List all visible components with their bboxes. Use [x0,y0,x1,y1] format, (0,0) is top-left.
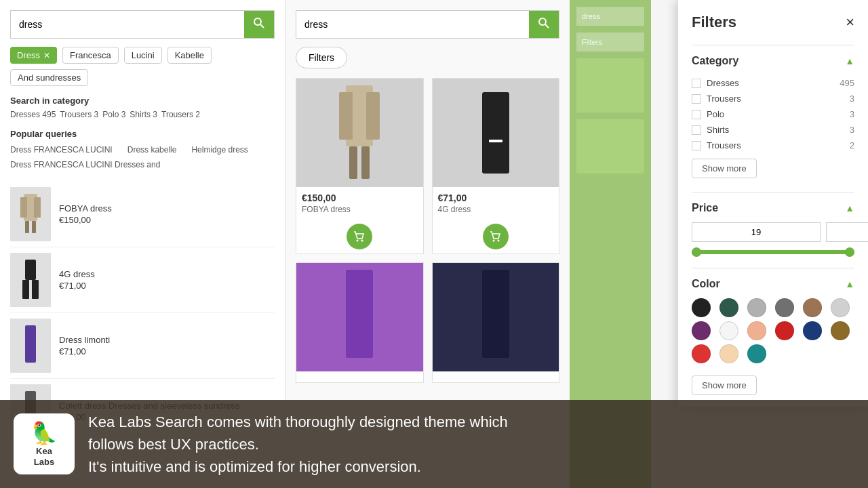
price-inputs [692,222,854,242]
popular-query-4[interactable]: Dress FRANCESCA LUCINI Dresses and [10,160,160,169]
product-thumb-3 [10,319,51,373]
color-show-more-button[interactable]: Show more [692,375,757,395]
filters-header: Filters × [692,14,854,31]
product-thumb-1 [10,187,51,241]
tag-sundresses[interactable]: And sundresses [10,69,88,86]
popular-query-1[interactable]: Dress FRANCESCA LUCINI [10,145,113,155]
product-card-name-2: 4G dress [438,205,554,214]
popular-query-2[interactable]: Dress kabelle [127,145,177,155]
color-swatch-13[interactable] [719,344,738,363]
left-search-input[interactable] [11,11,244,38]
cat-shirts[interactable]: Shirts 3 [130,110,157,119]
product-card-1: €150,00 FOBYA dress [296,78,424,254]
search-icon [254,18,264,28]
color-swatch-4[interactable] [803,298,822,317]
tag-close-dress[interactable]: ✕ [43,51,50,60]
middle-search-input[interactable] [296,11,529,38]
color-swatch-6[interactable] [692,321,711,340]
svg-rect-22 [489,140,502,142]
cat-trousers-2[interactable]: Trousers 2 [161,110,200,119]
filter-category-header[interactable]: Category ▲ [692,55,854,67]
price-max-input[interactable] [826,222,868,242]
category-show-more-button[interactable]: Show more [692,159,757,178]
color-swatch-14[interactable] [747,344,766,363]
price-slider-min-handle[interactable] [692,247,701,257]
svg-rect-16 [366,92,380,140]
product-card-img-2 [433,79,559,187]
svg-rect-4 [34,197,41,218]
category-links: Dresses 495 Trousers 3 Polo 3 Shirts 3 T… [10,110,275,119]
kea-logo-bird: 🦜 [31,420,58,446]
product-card-img-3 [296,263,423,371]
products-grid: €150,00 FOBYA dress €71,00 4G dress [296,78,559,383]
product-name-2: 4G dress [59,269,95,279]
middle-search-button[interactable] [529,11,559,38]
checkbox-dresses[interactable] [692,79,701,88]
banner-line-2: follows best UX practices. [88,433,508,455]
filter-price-header[interactable]: Price ▲ [692,202,854,214]
color-swatch-9[interactable] [775,321,794,340]
search-in-category-title: Search in category [10,96,275,106]
filters-button[interactable]: Filters [296,47,347,68]
filter-count-polo: 3 [850,109,854,119]
svg-rect-21 [482,92,509,174]
color-swatch-7[interactable] [719,321,738,340]
filters-close-button[interactable]: × [846,14,854,31]
filter-count-trousers2: 2 [850,140,854,150]
checkbox-trousers1[interactable] [692,94,701,104]
color-swatch-8[interactable] [747,321,766,340]
checkbox-polo[interactable] [692,110,701,119]
cat-polo[interactable]: Polo 3 [102,110,125,119]
product-card-info-3 [296,371,423,382]
color-swatch-1[interactable] [719,298,738,317]
tag-lucini[interactable]: Lucini [124,47,162,64]
color-swatch-12[interactable] [692,344,711,363]
add-to-cart-btn-1[interactable] [347,224,372,249]
filter-price-title: Price [692,202,718,214]
product-price-3: €71,00 [59,346,110,357]
add-to-cart-btn-2[interactable] [483,224,509,249]
tag-francesca[interactable]: Francesca [62,47,119,64]
product-price-1: €150,00 [59,215,112,225]
filter-label-polo: Polo [707,109,724,119]
search-icon [538,18,549,28]
cat-dresses[interactable]: Dresses 495 [10,110,56,119]
filter-color-header[interactable]: Color ▲ [692,278,854,290]
popular-query-3[interactable]: Helmidge dress [191,145,248,155]
price-min-input[interactable] [692,222,821,242]
price-slider-max-handle[interactable] [845,247,854,257]
color-swatch-5[interactable] [831,298,850,317]
color-swatch-3[interactable] [775,298,794,317]
svg-rect-9 [32,280,39,299]
checkbox-trousers2[interactable] [692,141,701,150]
color-swatches [692,298,854,363]
tag-dress[interactable]: Dress ✕ [10,47,57,64]
svg-rect-26 [482,270,509,358]
banner-line-3: It's intuitive and is optimized for high… [88,455,508,478]
filter-price-section: Price ▲ [692,192,854,254]
chevron-up-icon: ▲ [845,56,854,66]
filters-panel: Filters × Category ▲ Dresses 495 Trouser… [678,0,868,407]
middle-search-bar [296,10,559,39]
left-search-button[interactable] [244,11,274,38]
price-slider-fill [692,250,854,254]
kea-logo-label: KeaLabs [34,446,54,467]
tag-kabelle[interactable]: Kabelle [167,47,212,64]
color-swatch-0[interactable] [692,298,711,317]
left-search-bar [10,10,275,39]
svg-rect-15 [339,92,353,140]
filter-category-title: Category [692,55,738,67]
checkbox-shirts[interactable] [692,125,701,135]
bottom-banner: 🦜 KeaLabs Kea Labs Search comes with tho… [0,400,868,488]
cat-trousers-1[interactable]: Trousers 3 [60,110,98,119]
filters-title: Filters [692,14,736,31]
svg-point-23 [492,240,494,242]
color-swatch-11[interactable] [831,321,850,340]
product-name-1: FOBYA dress [59,203,112,214]
svg-rect-10 [25,325,36,363]
product-card-name-1: FOBYA dress [302,205,418,214]
color-swatch-10[interactable] [803,321,822,340]
product-card-info-4 [433,371,559,382]
popular-links: Dress FRANCESCA LUCINI Dress kabelle Hel… [10,143,275,172]
color-swatch-2[interactable] [747,298,766,317]
